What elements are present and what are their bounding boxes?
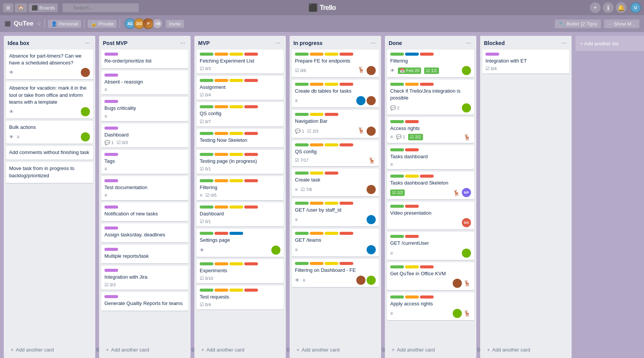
col-footer-post-mvp: +Add another card ⧉ (99, 342, 191, 358)
card-bulk-actions[interactable]: Bulk actions 👁 ≡ (6, 121, 93, 144)
card-apply-access-rights[interactable]: Apply access rights ≡ 🦌 (387, 292, 474, 320)
card-experiments[interactable]: Experiments ☑ 0/10 (197, 259, 284, 283)
card-trello-jira[interactable]: Check if Trello/Jira integration is poss… (387, 80, 474, 114)
personal-button[interactable]: 👤 Personal (48, 20, 81, 28)
cards-container-post-mvp: Re-order/prioritize list Absent - reassi… (99, 50, 191, 342)
column-menu-in-progress[interactable]: ··· (369, 40, 377, 47)
avatar-do: DO (462, 218, 471, 227)
settings-avatar (271, 246, 280, 255)
card-get-current-user[interactable]: GET /currentUser ≡ (387, 232, 474, 260)
member-avatar-plus[interactable]: +9 (152, 18, 163, 29)
info-button[interactable]: ℹ (603, 2, 614, 13)
home-icon: 🏠 (18, 5, 24, 11)
card-get-qutee[interactable]: Get QuTee in Office KVM 🦌 (387, 262, 474, 290)
home-nav-button[interactable]: 🏠 (15, 3, 27, 12)
col-footer-in-progress: +Add another card ⧉ (290, 342, 381, 358)
show-menu-button[interactable]: ··· Show M... (604, 19, 639, 28)
butler-icon: 🔧 (559, 21, 565, 27)
avatar-db-2 (367, 96, 376, 105)
avatar-create-task (367, 185, 376, 194)
avatar-filter-2 (367, 276, 376, 285)
card-get-teams[interactable]: GET /teams ≡ (292, 229, 379, 257)
header-right: 🔧 Butler (2 Tips) ··· Show M... (555, 19, 639, 28)
user-avatar[interactable]: U (630, 2, 641, 13)
card-integration-et[interactable]: Integration with ET ☑ 0/4 (482, 50, 569, 74)
add-card-in-progress[interactable]: +Add another card (293, 345, 380, 355)
card-absent-reassign[interactable]: Absent - reassign ≡ (101, 71, 188, 95)
card-navigation-bar[interactable]: Navigation Bar 💬 1 ☑ 2/3 🦌 (292, 110, 379, 138)
column-done: Done ··· Filtering 👁 📅 Feb 20 ☑ 1/1 (385, 36, 476, 358)
card-assignment[interactable]: Assignment ☑ 0/4 (197, 76, 284, 100)
card-create-task[interactable]: Create task ≡ ☑ 7/8 (292, 169, 379, 196)
card-quality-reports[interactable]: Generate Quality Reports for teams (101, 292, 188, 311)
separator2 (84, 19, 85, 28)
home-button[interactable]: ⊞ (3, 3, 13, 12)
add-card-post-mvp[interactable]: +Add another card (103, 345, 190, 355)
card-get-user[interactable]: GET /user by staff_id ≡ (292, 199, 379, 226)
star-button[interactable]: ☆ (37, 21, 42, 27)
private-button[interactable]: 🔒 Private (88, 20, 117, 28)
card-test-documentation[interactable]: Test documentation ≡ (101, 176, 188, 200)
avatar-current-user (462, 249, 471, 258)
col-footer-blocked: +Add another card (480, 342, 572, 358)
card-qs-config-progress[interactable]: QS config ☑ 7/17 🦌 (292, 140, 379, 166)
add-card-done[interactable]: +Add another card (389, 345, 476, 355)
card-add-comments[interactable]: Add comments without finishing task (6, 146, 93, 160)
card-filtering-mvp[interactable]: Filtering ≡ ☑ 0/5 (197, 176, 284, 200)
column-menu-blocked[interactable]: ··· (560, 40, 568, 47)
card-tags[interactable]: Tags ≡ (101, 150, 188, 174)
card-integration-jira[interactable]: Integration with Jira ☑ 0/3 (101, 266, 188, 290)
card-testing-page[interactable]: Testing page (in progress) ☑ 0/1 (197, 150, 284, 174)
card-dashboard-mvp[interactable]: Dashboard ☑ 0/1 (197, 202, 284, 226)
card-testing-now[interactable]: Testing Now Skeleton (197, 129, 284, 148)
card-access-rights[interactable]: Access rights ≡ 💬 1 ☑ 2/2 🦌 (387, 117, 474, 143)
card-move-task[interactable]: Move task from in progress to backlog/pr… (6, 162, 93, 183)
card-multiple-reports[interactable]: Multiple reports/task (101, 245, 188, 263)
card-assign-tasks[interactable]: Assign tasks/day, deadlines (101, 223, 188, 242)
column-title-idea-box: Idea box (8, 40, 29, 46)
card-settings-page[interactable]: Settings page 👁 (197, 229, 284, 257)
card-notification[interactable]: Notification of new tasks (101, 202, 188, 221)
card-tasks-dashboard-skeleton[interactable]: Tasks dashboard Skeleton ☑ 2/2 🦌 MP (387, 172, 474, 199)
add-card-blocked[interactable]: +Add another card (484, 345, 571, 355)
invite-button[interactable]: Invite (166, 20, 184, 28)
card-qs-config-mvp[interactable]: QS config ☑ 0/7 (197, 102, 284, 126)
card-create-db[interactable]: Create db tables for tasks ≡ (292, 80, 379, 108)
card-tasks-dashboard[interactable]: Tasks dashboard ≡ (387, 145, 474, 169)
boards-button[interactable]: ⬛ Boards (29, 3, 58, 12)
column-menu-post-mvp[interactable]: ··· (179, 40, 187, 47)
cards-container-done: Filtering 👁 📅 Feb 20 ☑ 1/1 Check if Trel… (385, 50, 476, 342)
column-title-done: Done (389, 40, 402, 46)
card-bugs-criticality[interactable]: Bugs criticality ≡ (101, 97, 188, 121)
column-header-idea-box: Idea box ··· (4, 36, 95, 50)
card-absence-part-timers[interactable]: Absence for part-timers? Can we have a s… (6, 50, 93, 79)
add-column-button[interactable]: + Add another list (575, 36, 644, 51)
add-button[interactable]: + (590, 2, 601, 13)
cards-container-blocked: Integration with ET ☑ 0/4 (480, 50, 572, 342)
card-test-requests[interactable]: Test requests ☑ 0/4 (197, 286, 284, 310)
add-card-idea-box[interactable]: +Add another card (8, 345, 95, 355)
search-input[interactable] (62, 3, 139, 12)
column-title-blocked: Blocked (484, 40, 505, 46)
card-avatar (81, 68, 90, 77)
butler-button[interactable]: 🔧 Butler (2 Tips) (555, 19, 601, 28)
card-absence-vacation[interactable]: Absence for vacation: mark it in the too… (6, 82, 93, 119)
column-menu-idea-box[interactable]: ··· (83, 40, 91, 47)
column-idea-box: Idea box ··· Absence for part-timers? Ca… (4, 36, 95, 358)
card-filtering-dashboard[interactable]: Filtering on Dashboard - FE 👁 ≡ (292, 259, 379, 287)
card-dashboard-post[interactable]: Dashboard 💬 1 ☑ 0/3 (101, 124, 188, 148)
avatar-filter-1 (356, 276, 365, 285)
cards-container-idea-box: Absence for part-timers? Can we have a s… (4, 50, 95, 342)
card-video-presentation[interactable]: Video presentation DO (387, 202, 474, 230)
column-menu-done[interactable]: ··· (465, 40, 473, 47)
notification-button[interactable]: 🔔 (616, 2, 626, 13)
avatar-nav (367, 127, 376, 136)
member-avatars: AE DO P +9 (125, 18, 163, 29)
cards-container-mvp: Fetching Experiment List ☑ 0/3 Assignmen… (194, 50, 286, 342)
card-reorder[interactable]: Re-order/prioritize list (101, 50, 188, 68)
add-card-mvp[interactable]: +Add another card (198, 345, 285, 355)
column-menu-mvp[interactable]: ··· (274, 40, 282, 47)
card-prepare-fe[interactable]: Prepare FE for endpoints ☑ 0/6 🦌 (292, 50, 379, 77)
card-filtering-done[interactable]: Filtering 👁 📅 Feb 20 ☑ 1/1 (387, 50, 474, 77)
card-fetching[interactable]: Fetching Experiment List ☑ 0/3 (197, 50, 284, 74)
